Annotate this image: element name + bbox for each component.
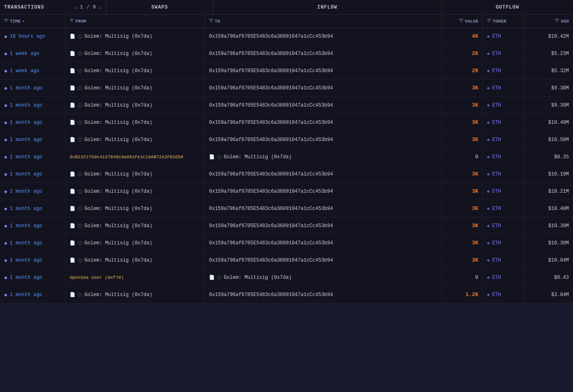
from-text[interactable]: Golem: Multisig (0x7da) bbox=[84, 189, 152, 194]
table-row[interactable]: ◆1 month ago📄Golem: Multisig (0x7da)0x15… bbox=[0, 166, 573, 183]
usd-cell: $10.42M bbox=[524, 28, 573, 45]
from-text[interactable]: OpenSea User (0xf70) bbox=[70, 275, 124, 280]
page-indicator: 1 / 9 bbox=[80, 5, 96, 10]
to-address[interactable]: 0x159a796af6705E5483c6a36091047a1cCc453b… bbox=[209, 206, 333, 212]
token-cell: ◆ETH bbox=[483, 28, 524, 45]
table-row[interactable]: ◆1 week ago📄Golem: Multisig (0x7da)0x159… bbox=[0, 45, 573, 62]
to-address[interactable]: 0x159a796af6705E5483c6a36091047a1cCc453b… bbox=[209, 189, 333, 194]
time-value[interactable]: 1 month ago bbox=[10, 223, 42, 229]
doc-icon: 📄 bbox=[70, 258, 75, 263]
table-row[interactable]: ◆1 month ago📄Golem: Multisig (0x7da)0x15… bbox=[0, 252, 573, 269]
table-row[interactable]: ◆1 month ago📄Golem: Multisig (0x7da)0x15… bbox=[0, 200, 573, 217]
to-address[interactable]: Golem: Multisig (0x7da) bbox=[224, 275, 292, 280]
to-address[interactable]: 0x159a796af6705E5483c6a36091047a1cCc453b… bbox=[209, 240, 333, 246]
usd-column-header[interactable]: USD bbox=[524, 15, 573, 27]
eth-token-icon: ◆ bbox=[487, 120, 490, 125]
table-row[interactable]: ◆1 month ago📄Golem: Multisig (0x7da)0x15… bbox=[0, 131, 573, 148]
to-address[interactable]: 0x159a796af6705E5483c6a36091047a1cCc453b… bbox=[209, 85, 333, 91]
to-address[interactable]: 0x159a796af6705E5483c6a36091047a1cCc453b… bbox=[209, 171, 333, 177]
time-value[interactable]: 1 month ago bbox=[10, 240, 42, 246]
from-text[interactable]: Golem: Multisig (0x7da) bbox=[84, 34, 152, 39]
from-text[interactable]: Golem: Multisig (0x7da) bbox=[84, 51, 152, 57]
usd-value: $10.39M bbox=[548, 223, 569, 229]
token-name: ETH bbox=[492, 137, 501, 143]
to-address[interactable]: 0x159a796af6705E5483c6a36091047a1cCc453b… bbox=[209, 120, 333, 125]
eth-token-icon: ◆ bbox=[487, 275, 490, 280]
token-cell: ◆ETH bbox=[483, 148, 524, 165]
to-column-header[interactable]: TO bbox=[205, 15, 442, 27]
from-text[interactable]: Golem: Multisig (0x7da) bbox=[84, 240, 152, 246]
token-cell: ◆ETH bbox=[483, 80, 524, 96]
token-cell: ◆ETH bbox=[483, 183, 524, 200]
table-row[interactable]: ◆1 month ago📄Golem: Multisig (0x7da)0x15… bbox=[0, 235, 573, 252]
to-address[interactable]: 0x159a796af6705E5483c6a36091047a1cCc453b… bbox=[209, 223, 333, 229]
token-column-header[interactable]: TOKEN bbox=[483, 15, 524, 27]
usd-cell: $10.39M bbox=[524, 235, 573, 251]
usd-cell: $3.84M bbox=[524, 286, 573, 303]
from-column-header[interactable]: FROM bbox=[66, 15, 205, 27]
value-cell: 3K bbox=[442, 183, 483, 200]
time-value[interactable]: 16 hours ago bbox=[10, 34, 45, 39]
value-column-header[interactable]: VALUE bbox=[442, 15, 483, 27]
time-value[interactable]: 1 month ago bbox=[10, 85, 42, 91]
to-address[interactable]: 0x159a796af6705E5483c6a36091047a1cCc453b… bbox=[209, 137, 333, 143]
token-name: ETH bbox=[492, 275, 501, 280]
time-value[interactable]: 1 month ago bbox=[10, 275, 42, 280]
value-filter-icon bbox=[459, 19, 463, 24]
from-text[interactable]: 0xB21F27b9c4137849c8a991Fe1C18AB72A2F81E… bbox=[70, 155, 183, 160]
table-row[interactable]: ◆1 month ago📄Golem: Multisig (0x7da)0x15… bbox=[0, 286, 573, 303]
table-row[interactable]: ◆1 month ago📄Golem: Multisig (0x7da)0x15… bbox=[0, 97, 573, 114]
value-amount: 3K bbox=[472, 240, 478, 246]
to-address[interactable]: 0x159a796af6705E5483c6a36091047a1cCc453b… bbox=[209, 292, 333, 298]
from-text[interactable]: Golem: Multisig (0x7da) bbox=[84, 258, 152, 263]
table-row[interactable]: ◆1 month ago0xB21F27b9c4137849c8a991Fe1C… bbox=[0, 148, 573, 166]
table-row[interactable]: ◆1 month agoOpenSea User (0xf70)📄Golem: … bbox=[0, 269, 573, 286]
usd-value: $10.39M bbox=[548, 240, 569, 246]
from-text[interactable]: Golem: Multisig (0x7da) bbox=[84, 85, 152, 91]
time-value[interactable]: 1 month ago bbox=[10, 189, 42, 194]
time-value[interactable]: 1 month ago bbox=[10, 258, 42, 263]
inflow-label: INFLOW bbox=[317, 5, 337, 10]
to-address[interactable]: 0x159a796af6705E5483c6a36091047a1cCc453b… bbox=[209, 34, 333, 39]
time-value[interactable]: 1 month ago bbox=[10, 154, 42, 160]
to-address[interactable]: 0x159a796af6705E5483c6a36091047a1cCc453b… bbox=[209, 51, 333, 57]
table-row[interactable]: ◆1 month ago📄Golem: Multisig (0x7da)0x15… bbox=[0, 217, 573, 235]
from-text[interactable]: Golem: Multisig (0x7da) bbox=[84, 171, 152, 177]
caret-icon: ▾ bbox=[22, 19, 25, 24]
prev-page-button[interactable]: ‹ bbox=[74, 4, 78, 11]
time-value[interactable]: 1 week ago bbox=[10, 51, 39, 57]
time-value[interactable]: 1 month ago bbox=[10, 206, 42, 212]
from-text[interactable]: Golem: Multisig (0x7da) bbox=[84, 120, 152, 125]
time-value[interactable]: 1 month ago bbox=[10, 171, 42, 177]
to-address[interactable]: 0x159a796af6705E5483c6a36091047a1cCc453b… bbox=[209, 103, 333, 108]
table-row[interactable]: ◆16 hours ago📄Golem: Multisig (0x7da)0x1… bbox=[0, 28, 573, 45]
table-row[interactable]: ◆1 month ago📄Golem: Multisig (0x7da)0x15… bbox=[0, 183, 573, 200]
time-value[interactable]: 1 month ago bbox=[10, 120, 42, 125]
entity-icon bbox=[78, 293, 82, 297]
from-text[interactable]: Golem: Multisig (0x7da) bbox=[84, 223, 152, 229]
time-value[interactable]: 1 month ago bbox=[10, 137, 42, 143]
next-page-button[interactable]: › bbox=[98, 4, 102, 11]
to-address[interactable]: Golem: Multisig (0x7da) bbox=[224, 154, 292, 160]
value-cell: 3K bbox=[442, 235, 483, 251]
time-value[interactable]: 1 month ago bbox=[10, 103, 42, 108]
time-column-header[interactable]: TIME ▾ bbox=[0, 15, 66, 27]
eth-icon: ◆ bbox=[4, 257, 7, 264]
token-cell: ◆ETH bbox=[483, 97, 524, 114]
value-amount: 3K bbox=[472, 205, 478, 212]
from-text[interactable]: Golem: Multisig (0x7da) bbox=[84, 206, 152, 212]
time-value[interactable]: 1 month ago bbox=[10, 292, 42, 298]
to-address[interactable]: 0x159a796af6705E5483c6a36091047a1cCc453b… bbox=[209, 68, 333, 74]
table-row[interactable]: ◆1 month ago📄Golem: Multisig (0x7da)0x15… bbox=[0, 114, 573, 131]
from-text[interactable]: Golem: Multisig (0x7da) bbox=[84, 292, 152, 298]
to-address[interactable]: 0x159a796af6705E5483c6a36091047a1cCc453b… bbox=[209, 258, 333, 263]
table-row[interactable]: ◆1 week ago📄Golem: Multisig (0x7da)0x159… bbox=[0, 62, 573, 80]
from-text[interactable]: Golem: Multisig (0x7da) bbox=[84, 137, 152, 143]
from-text[interactable]: Golem: Multisig (0x7da) bbox=[84, 68, 152, 74]
doc-icon: 📄 bbox=[70, 120, 75, 125]
from-text[interactable]: Golem: Multisig (0x7da) bbox=[84, 103, 152, 108]
time-value[interactable]: 1 week ago bbox=[10, 68, 39, 74]
from-cell: 📄Golem: Multisig (0x7da) bbox=[66, 97, 205, 114]
table-row[interactable]: ◆1 month ago📄Golem: Multisig (0x7da)0x15… bbox=[0, 80, 573, 97]
value-amount: 3K bbox=[472, 119, 478, 125]
